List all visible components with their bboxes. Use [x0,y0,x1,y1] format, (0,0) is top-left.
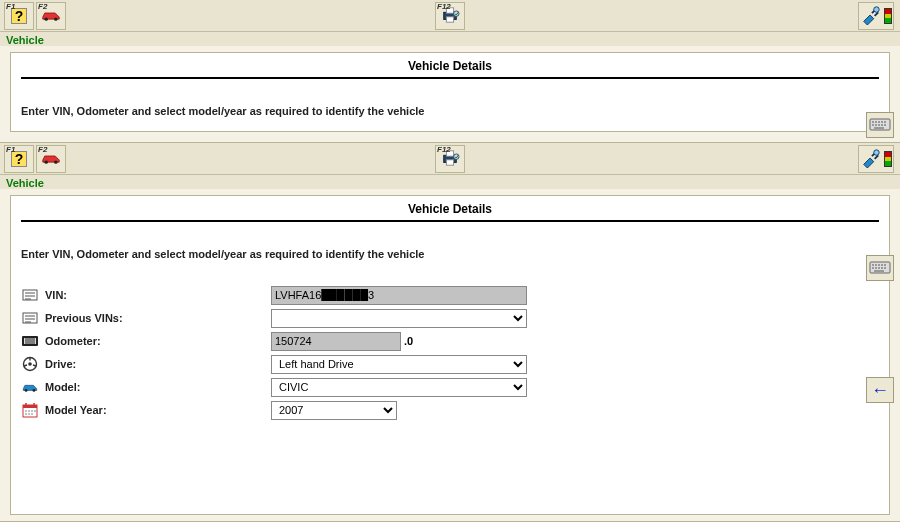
keyboard-icon [869,260,891,276]
svg-point-20 [28,362,32,366]
svg-rect-24 [23,405,37,408]
keyboard-button[interactable] [866,255,894,281]
vin-icon [21,288,39,302]
steering-icon [21,356,39,372]
model-label: Model: [21,381,271,393]
vin-input[interactable] [271,286,527,305]
panel-title: Vehicle Details [21,200,879,222]
print-button[interactable]: F12 [435,2,465,30]
svg-point-21 [25,389,28,392]
section-label: Vehicle [0,175,900,189]
vehicle-button[interactable]: F2 [36,2,66,30]
model-year-select[interactable]: 2007 [271,401,397,420]
svg-rect-12 [446,159,453,164]
details-panel: Vehicle Details Enter VIN, Odometer and … [10,195,890,515]
instruction-text: Enter VIN, Odometer and select model/yea… [17,83,883,127]
vehicle-button[interactable]: F2 [36,145,66,173]
plug-icon [860,148,882,170]
odometer-suffix: .0 [404,335,413,347]
panel-title: Vehicle Details [21,57,879,79]
details-panel: Vehicle Details Enter VIN, Odometer and … [10,52,890,132]
diagnostic-button[interactable] [858,2,894,30]
model-select[interactable]: CIVIC [271,378,527,397]
drive-select[interactable]: Left hand Drive [271,355,527,374]
svg-rect-4 [446,16,453,21]
help-button[interactable]: F1 ? [4,2,34,30]
svg-point-22 [33,389,36,392]
vin-label: VIN: [21,288,271,302]
keyboard-icon [869,117,891,133]
odometer-input[interactable] [271,332,401,351]
svg-point-6 [874,6,879,11]
prev-vins-label: Previous VINs: [21,311,271,325]
traffic-light-icon [884,8,892,24]
keyboard-button[interactable] [866,112,894,138]
diagnostic-button[interactable] [858,145,894,173]
print-button[interactable]: F12 [435,145,465,173]
svg-point-1 [54,17,57,20]
vin-icon [21,311,39,325]
back-button[interactable]: ← [866,377,894,403]
instruction-text: Enter VIN, Odometer and select model/yea… [17,226,883,270]
toolbar-bottom: F1 ? F2 F12 [0,143,900,175]
arrow-left-icon: ← [871,380,889,401]
model-year-label: Model Year: [21,402,271,418]
section-label: Vehicle [0,32,900,46]
help-button[interactable]: F1 ? [4,145,34,173]
plug-icon [860,5,882,27]
svg-point-9 [54,160,57,163]
svg-point-0 [44,17,47,20]
svg-point-8 [44,160,47,163]
odometer-label: Odometer: [21,335,271,347]
vehicle-form: VIN: Previous VINs: [17,270,883,432]
svg-point-14 [874,149,879,154]
car-icon [21,381,39,393]
drive-label: Drive: [21,356,271,372]
odometer-icon [21,335,39,347]
traffic-light-icon [884,151,892,167]
prev-vins-select[interactable] [271,309,527,328]
calendar-icon [21,402,39,418]
toolbar-top: F1 ? F2 F12 [0,0,900,32]
